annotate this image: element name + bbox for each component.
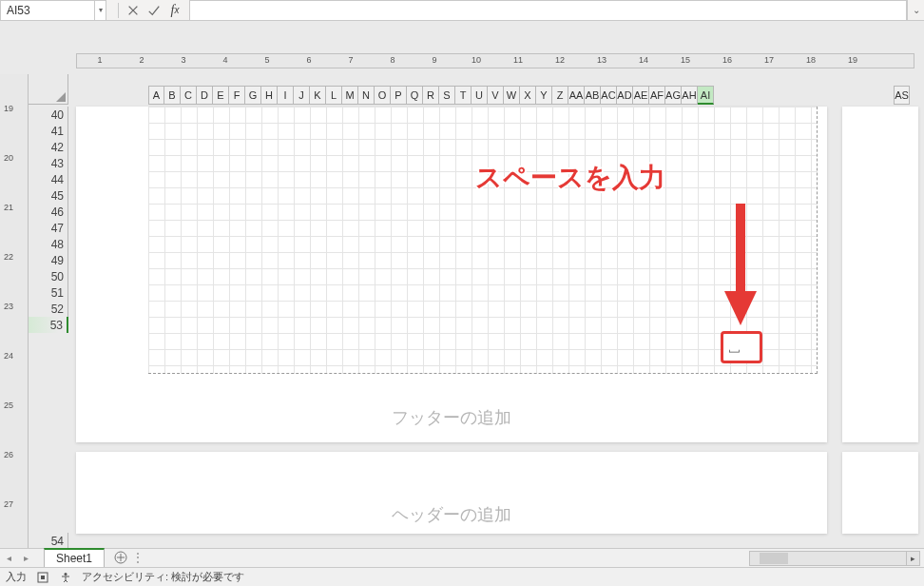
ruler-number: 19: [848, 55, 857, 65]
row-header[interactable]: 53: [29, 317, 68, 333]
horizontal-ruler: 12345678910111213141516171819: [76, 53, 914, 68]
column-header[interactable]: O: [375, 86, 391, 105]
name-box[interactable]: AI53: [0, 0, 95, 21]
column-header[interactable]: G: [245, 86, 261, 105]
expand-formula-bar[interactable]: ⌄: [907, 0, 924, 21]
column-header[interactable]: AS: [894, 86, 910, 105]
macro-record-icon[interactable]: [36, 571, 49, 584]
column-header[interactable]: W: [504, 86, 520, 105]
footer-placeholder[interactable]: フッターの追加: [76, 406, 827, 429]
column-header[interactable]: Q: [407, 86, 423, 105]
sheet-tab-active[interactable]: Sheet1: [44, 548, 105, 567]
ruler-number: 16: [722, 55, 732, 65]
status-mode: 入力: [6, 570, 27, 584]
column-header[interactable]: X: [520, 86, 536, 105]
row-header[interactable]: 47: [29, 220, 68, 236]
check-icon: [147, 4, 161, 17]
column-header[interactable]: AF: [649, 86, 665, 105]
name-box-dropdown[interactable]: ▾: [95, 0, 106, 21]
column-header[interactable]: H: [261, 86, 278, 105]
cancel-formula-button[interactable]: [123, 0, 144, 21]
active-cell-highlight: ⎵: [721, 331, 762, 363]
ruler-number: 15: [681, 55, 690, 65]
scrollbar-thumb[interactable]: [760, 553, 788, 564]
x-icon: [126, 4, 140, 17]
column-header[interactable]: AD: [617, 86, 633, 105]
row-header[interactable]: 46: [29, 204, 68, 220]
column-header[interactable]: E: [213, 86, 229, 105]
formula-bar-input[interactable]: [189, 0, 907, 21]
ruler-number: 10: [472, 55, 481, 65]
horizontal-scrollbar[interactable]: ▸: [749, 551, 920, 566]
column-header[interactable]: AC: [601, 86, 617, 105]
ruler-number: 5: [264, 55, 269, 65]
column-header[interactable]: AI: [698, 86, 714, 105]
tab-nav-next[interactable]: ▸: [17, 548, 34, 567]
row-header[interactable]: 54: [29, 533, 68, 548]
column-header[interactable]: N: [358, 86, 375, 105]
row-header[interactable]: 50: [29, 268, 68, 284]
column-header[interactable]: AA: [568, 86, 585, 105]
column-header[interactable]: B: [164, 86, 181, 105]
column-header[interactable]: R: [423, 86, 439, 105]
column-header[interactable]: L: [326, 86, 342, 105]
scroll-right-icon[interactable]: ▸: [906, 552, 919, 565]
row-header[interactable]: 44: [29, 171, 68, 187]
svg-rect-4: [41, 576, 45, 579]
column-header[interactable]: V: [488, 86, 504, 105]
column-header[interactable]: Z: [552, 86, 568, 105]
column-header[interactable]: Y: [536, 86, 552, 105]
page-1: フッターの追加: [76, 107, 827, 442]
accessibility-status[interactable]: アクセシビリティ: 検討が必要です: [82, 570, 244, 584]
column-header[interactable]: P: [391, 86, 407, 105]
column-header[interactable]: K: [310, 86, 326, 105]
confirm-formula-button[interactable]: [144, 0, 164, 21]
row-header[interactable]: 41: [29, 123, 68, 139]
column-header[interactable]: I: [278, 86, 294, 105]
column-header[interactable]: F: [229, 86, 245, 105]
sheet-tab-strip: ◂ ▸ Sheet1 ⋮ ▸: [0, 548, 924, 567]
select-all-corner[interactable]: [29, 74, 68, 105]
row-header[interactable]: 49: [29, 252, 68, 268]
column-header[interactable]: AG: [665, 86, 682, 105]
ruler-number: 23: [4, 302, 13, 311]
ruler-number: 25: [4, 400, 13, 410]
ruler-number: 4: [222, 55, 227, 65]
row-header[interactable]: 52: [29, 301, 68, 317]
ruler-number: 2: [139, 55, 144, 65]
accessibility-icon[interactable]: [59, 571, 72, 584]
column-header[interactable]: J: [294, 86, 310, 105]
ruler-number: 17: [764, 55, 774, 65]
ruler-number: 11: [513, 55, 523, 65]
ruler-number: 19: [4, 104, 13, 113]
ruler-number: 18: [806, 55, 816, 65]
cell-grid[interactable]: [148, 107, 818, 374]
row-header[interactable]: 40: [29, 107, 68, 123]
ruler-number: 14: [639, 55, 648, 65]
column-header[interactable]: U: [472, 86, 488, 105]
column-header[interactable]: AH: [682, 86, 698, 105]
split-handle[interactable]: ⋮: [131, 548, 144, 567]
column-header[interactable]: M: [342, 86, 358, 105]
annotation-arrow-icon: [724, 204, 757, 330]
column-header[interactable]: T: [455, 86, 472, 105]
new-sheet-button[interactable]: [110, 548, 131, 567]
row-header[interactable]: 43: [29, 155, 68, 171]
page-2-right: [842, 452, 918, 534]
column-header[interactable]: AB: [585, 86, 601, 105]
ruler-number: 12: [555, 55, 565, 65]
row-header[interactable]: 48: [29, 236, 68, 252]
column-header[interactable]: D: [197, 86, 213, 105]
column-header[interactable]: AE: [633, 86, 649, 105]
column-header[interactable]: C: [181, 86, 197, 105]
column-header[interactable]: A: [148, 86, 164, 105]
ruler-number: 22: [4, 252, 13, 262]
row-header[interactable]: 45: [29, 187, 68, 204]
column-header[interactable]: S: [439, 86, 455, 105]
row-header[interactable]: 42: [29, 139, 68, 155]
ruler-number: 3: [181, 55, 185, 65]
insert-function-button[interactable]: fx: [164, 0, 185, 21]
row-header[interactable]: 51: [29, 284, 68, 301]
header-placeholder[interactable]: ヘッダーの追加: [76, 503, 827, 526]
tab-nav-prev[interactable]: ◂: [0, 548, 17, 567]
